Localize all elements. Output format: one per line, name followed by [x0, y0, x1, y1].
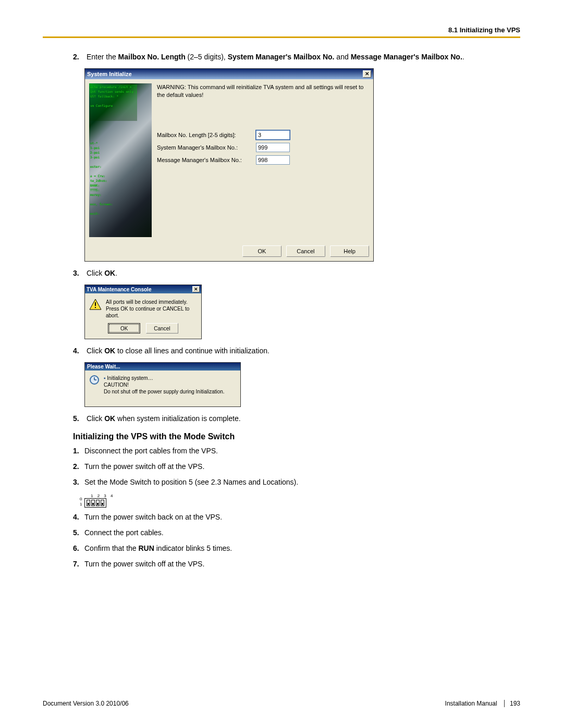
mode-step-7: 7.Turn the power switch off at the VPS. [73, 560, 520, 568]
mode-step-1: 1.Disconnect the port cables from the VP… [73, 447, 520, 455]
doc-version: Document Version 3.0 2010/06 [43, 700, 129, 707]
switch-slot [87, 500, 90, 506]
page-header-section: 8.1 Initializing the VPS [43, 26, 520, 34]
switch-slot [101, 500, 104, 506]
cancel-button[interactable]: Cancel [146, 323, 178, 334]
mode-step-2: 2.Turn the power switch off at the VPS. [73, 462, 520, 471]
svg-rect-1 [95, 302, 96, 306]
cancel-button[interactable]: Cancel [286, 245, 325, 257]
close-icon[interactable]: ✕ [192, 286, 200, 292]
system-initialize-dialog: System Initialize ✕ echo procedure /init… [84, 68, 374, 262]
switch-slot [96, 500, 100, 506]
step-4: 4. Click OK to close all lines and conti… [73, 347, 520, 355]
help-button[interactable]: Help [330, 245, 369, 257]
mailbox-length-input[interactable] [256, 130, 290, 140]
clock-icon [89, 375, 100, 385]
dialog-titlebar: Please Wait... [85, 363, 240, 371]
msg-line1: All ports will be closed immediately. [106, 299, 197, 305]
ok-button[interactable]: OK [242, 245, 282, 257]
step-5: 5. Click OK when system initialization i… [73, 414, 520, 423]
terminal-overlay-text: echo procedure /init = . int function se… [90, 84, 137, 216]
step-num: 2. [73, 53, 84, 61]
dialog-titlebar: TVA Maintenance Console ✕ [85, 285, 201, 293]
mailbox-length-label: Mailbox No. Length [2-5 digits]: [157, 132, 256, 138]
msg-line2: Press OK to continue or CANCEL to abort. [106, 305, 197, 319]
step-2: 2. Enter the Mailbox No. Length (2–5 dig… [73, 53, 520, 61]
close-icon[interactable]: ✕ [363, 70, 371, 78]
switch-one-label: 1 [80, 502, 82, 507]
header-rule [43, 36, 520, 38]
svg-rect-2 [95, 307, 96, 308]
dialog-title: System Initialize [87, 71, 132, 77]
switch-top-labels: 1 2 3 4 [91, 493, 520, 498]
sysmgr-mailbox-label: System Manager's Mailbox No.: [157, 144, 256, 151]
mode-step-4: 4.Turn the power switch back on at the V… [73, 513, 520, 521]
page-footer: Document Version 3.0 2010/06 Installatio… [43, 700, 520, 707]
warning-text: WARNING: This command will reinitialize … [157, 83, 369, 99]
warning-icon [89, 299, 102, 310]
caution-heading: CAUTION! [104, 381, 225, 388]
tva-maintenance-dialog: TVA Maintenance Console ✕ All ports will… [84, 285, 202, 339]
mode-step-3: 3.Set the Mode Switch to position 5 (see… [73, 478, 520, 486]
mode-step-5: 5.Connect the port cables. [73, 528, 520, 537]
dialog-title: TVA Maintenance Console [87, 287, 151, 292]
section-heading: Initializing the VPS with the Mode Switc… [73, 432, 520, 441]
please-wait-dialog: Please Wait... ▪ Initializing system… CA… [84, 362, 241, 407]
dialog-side-image: echo procedure /init = . int function se… [89, 83, 152, 237]
mode-step-6: 6.Confirm that the RUN indicator blinks … [73, 544, 520, 552]
msgmgr-mailbox-label: Message Manager's Mailbox No.: [157, 157, 256, 163]
caution-text: Do not shut off the power supply during … [104, 388, 225, 395]
msgmgr-mailbox-input[interactable] [256, 155, 290, 165]
mode-switch-diagram: 1 2 3 4 0 1 [84, 493, 520, 508]
dialog-title: Please Wait... [87, 364, 120, 369]
step-3: 3. Click OK. [73, 269, 520, 277]
sysmgr-mailbox-input[interactable] [256, 143, 290, 152]
switch-slot [91, 500, 95, 506]
page-number: 193 [510, 700, 520, 707]
switch-zero-label: 0 [80, 497, 82, 501]
ok-button[interactable]: OK [108, 323, 140, 334]
init-line: Initializing system… [107, 375, 153, 381]
dialog-titlebar: System Initialize ✕ [85, 69, 373, 79]
manual-title: Installation Manual [445, 700, 497, 707]
